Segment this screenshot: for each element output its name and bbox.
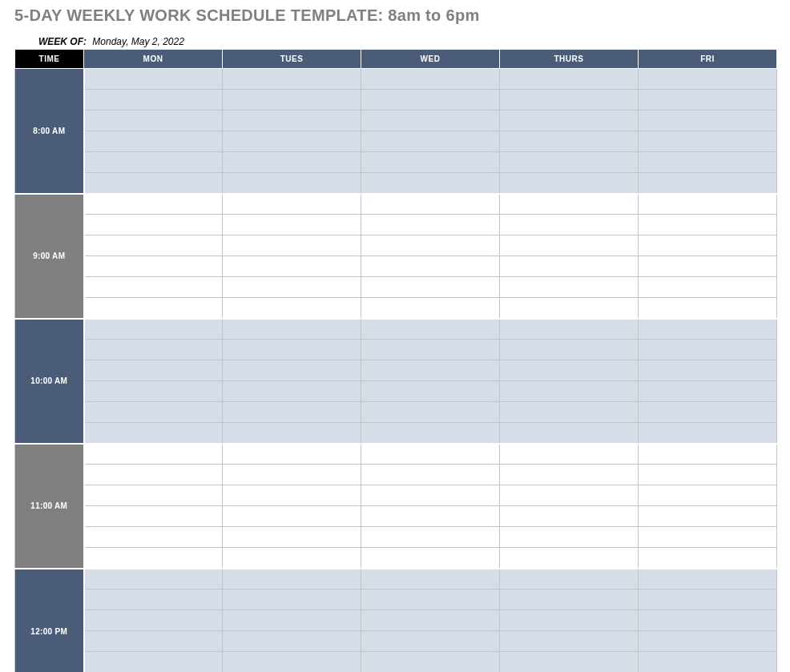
schedule-cell[interactable] bbox=[223, 235, 361, 256]
schedule-cell[interactable] bbox=[500, 444, 639, 465]
schedule-cell[interactable] bbox=[223, 527, 361, 548]
schedule-cell[interactable] bbox=[223, 90, 361, 111]
schedule-cell[interactable] bbox=[84, 527, 223, 548]
schedule-cell[interactable] bbox=[639, 610, 777, 631]
schedule-cell[interactable] bbox=[361, 569, 500, 590]
schedule-cell[interactable] bbox=[223, 360, 361, 381]
schedule-cell[interactable] bbox=[639, 256, 777, 277]
schedule-cell[interactable] bbox=[500, 652, 639, 673]
schedule-cell[interactable] bbox=[639, 631, 777, 652]
schedule-cell[interactable] bbox=[361, 381, 500, 402]
schedule-cell[interactable] bbox=[223, 610, 361, 631]
schedule-cell[interactable] bbox=[84, 360, 223, 381]
schedule-cell[interactable] bbox=[84, 235, 223, 256]
schedule-cell[interactable] bbox=[223, 277, 361, 298]
schedule-cell[interactable] bbox=[639, 381, 777, 402]
schedule-cell[interactable] bbox=[500, 631, 639, 652]
schedule-cell[interactable] bbox=[500, 173, 639, 194]
schedule-cell[interactable] bbox=[361, 652, 500, 673]
schedule-cell[interactable] bbox=[500, 485, 639, 506]
schedule-cell[interactable] bbox=[361, 506, 500, 527]
schedule-cell[interactable] bbox=[84, 194, 223, 215]
schedule-cell[interactable] bbox=[500, 548, 639, 569]
schedule-cell[interactable] bbox=[84, 590, 223, 610]
schedule-cell[interactable] bbox=[361, 444, 500, 465]
schedule-cell[interactable] bbox=[84, 652, 223, 673]
schedule-cell[interactable] bbox=[223, 423, 361, 444]
schedule-cell[interactable] bbox=[361, 360, 500, 381]
schedule-cell[interactable] bbox=[639, 590, 777, 610]
schedule-cell[interactable] bbox=[223, 131, 361, 152]
schedule-cell[interactable] bbox=[361, 340, 500, 360]
schedule-cell[interactable] bbox=[639, 277, 777, 298]
schedule-cell[interactable] bbox=[500, 590, 639, 610]
schedule-cell[interactable] bbox=[84, 569, 223, 590]
schedule-cell[interactable] bbox=[639, 360, 777, 381]
schedule-cell[interactable] bbox=[500, 569, 639, 590]
schedule-cell[interactable] bbox=[639, 548, 777, 569]
schedule-cell[interactable] bbox=[223, 298, 361, 319]
schedule-cell[interactable] bbox=[84, 631, 223, 652]
schedule-cell[interactable] bbox=[361, 111, 500, 131]
schedule-cell[interactable] bbox=[223, 548, 361, 569]
schedule-cell[interactable] bbox=[223, 631, 361, 652]
schedule-cell[interactable] bbox=[84, 610, 223, 631]
schedule-cell[interactable] bbox=[223, 173, 361, 194]
schedule-cell[interactable] bbox=[639, 465, 777, 485]
schedule-cell[interactable] bbox=[361, 590, 500, 610]
schedule-cell[interactable] bbox=[223, 152, 361, 173]
schedule-cell[interactable] bbox=[361, 610, 500, 631]
schedule-cell[interactable] bbox=[500, 256, 639, 277]
schedule-cell[interactable] bbox=[639, 506, 777, 527]
schedule-cell[interactable] bbox=[639, 235, 777, 256]
schedule-cell[interactable] bbox=[84, 402, 223, 423]
schedule-cell[interactable] bbox=[361, 465, 500, 485]
schedule-cell[interactable] bbox=[84, 111, 223, 131]
schedule-cell[interactable] bbox=[223, 506, 361, 527]
schedule-cell[interactable] bbox=[500, 277, 639, 298]
schedule-cell[interactable] bbox=[84, 277, 223, 298]
schedule-cell[interactable] bbox=[84, 215, 223, 235]
schedule-cell[interactable] bbox=[361, 527, 500, 548]
schedule-cell[interactable] bbox=[361, 256, 500, 277]
schedule-cell[interactable] bbox=[500, 111, 639, 131]
schedule-cell[interactable] bbox=[361, 548, 500, 569]
schedule-cell[interactable] bbox=[361, 173, 500, 194]
schedule-cell[interactable] bbox=[361, 90, 500, 111]
schedule-cell[interactable] bbox=[639, 131, 777, 152]
schedule-cell[interactable] bbox=[361, 131, 500, 152]
schedule-cell[interactable] bbox=[361, 152, 500, 173]
schedule-cell[interactable] bbox=[361, 194, 500, 215]
schedule-cell[interactable] bbox=[500, 381, 639, 402]
schedule-cell[interactable] bbox=[84, 256, 223, 277]
schedule-cell[interactable] bbox=[500, 506, 639, 527]
schedule-cell[interactable] bbox=[223, 381, 361, 402]
schedule-cell[interactable] bbox=[639, 340, 777, 360]
schedule-cell[interactable] bbox=[223, 215, 361, 235]
schedule-cell[interactable] bbox=[500, 152, 639, 173]
schedule-cell[interactable] bbox=[639, 173, 777, 194]
schedule-cell[interactable] bbox=[84, 152, 223, 173]
schedule-cell[interactable] bbox=[223, 590, 361, 610]
schedule-cell[interactable] bbox=[223, 465, 361, 485]
schedule-cell[interactable] bbox=[223, 340, 361, 360]
schedule-cell[interactable] bbox=[223, 111, 361, 131]
schedule-cell[interactable] bbox=[500, 298, 639, 319]
schedule-cell[interactable] bbox=[639, 444, 777, 465]
schedule-cell[interactable] bbox=[500, 340, 639, 360]
schedule-cell[interactable] bbox=[500, 131, 639, 152]
schedule-cell[interactable] bbox=[223, 569, 361, 590]
schedule-cell[interactable] bbox=[84, 173, 223, 194]
schedule-cell[interactable] bbox=[223, 194, 361, 215]
schedule-cell[interactable] bbox=[223, 444, 361, 465]
schedule-cell[interactable] bbox=[500, 360, 639, 381]
schedule-cell[interactable] bbox=[639, 402, 777, 423]
schedule-cell[interactable] bbox=[361, 69, 500, 90]
schedule-cell[interactable] bbox=[361, 215, 500, 235]
schedule-cell[interactable] bbox=[223, 652, 361, 673]
schedule-cell[interactable] bbox=[500, 319, 639, 340]
schedule-cell[interactable] bbox=[639, 569, 777, 590]
schedule-cell[interactable] bbox=[84, 465, 223, 485]
schedule-cell[interactable] bbox=[639, 194, 777, 215]
schedule-cell[interactable] bbox=[500, 90, 639, 111]
